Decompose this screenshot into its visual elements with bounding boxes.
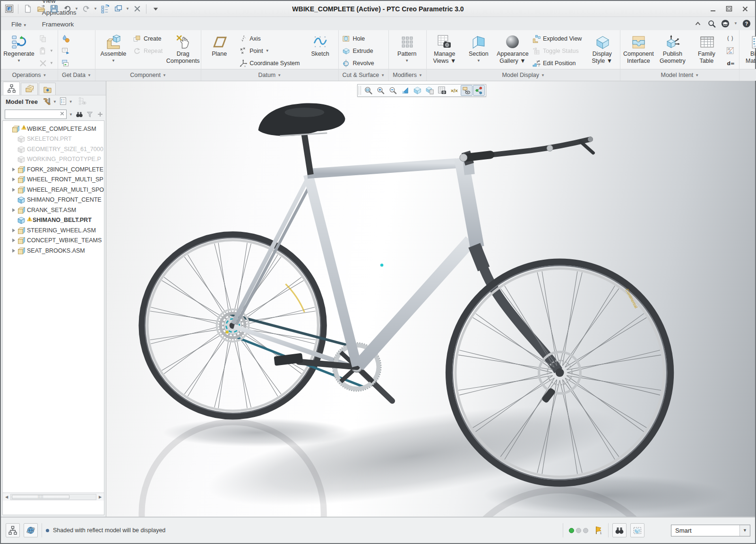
import-user-defined-feature-button[interactable] [60,33,73,44]
tree-tools-icon[interactable] [43,97,51,107]
toggle-status-button[interactable]: Toggle Status [530,45,584,57]
expand-icon[interactable] [10,238,17,242]
tab-file[interactable]: File▼ [4,18,34,30]
tree-item-wheel-rear-multi-spo[interactable]: WHEEL_REAR_MULTI_SPO [4,185,104,195]
spin-center-button[interactable] [473,85,485,96]
notification-flag-icon[interactable]: 1 [594,525,604,536]
family-table-button[interactable]: FamilyTable [690,32,723,69]
zoom-in-button[interactable] [375,85,387,96]
tree-item-concept-wbike-teams[interactable]: CONCEPT_WBIKE_TEAMS [4,236,104,246]
regenerate-button[interactable]: Regenerate▼ [2,32,35,69]
clear-search-icon[interactable] [59,110,66,118]
find-button[interactable] [612,523,627,537]
search-icon[interactable] [706,18,716,28]
datum-plane-button[interactable]: Plane [203,32,236,69]
group-label-datum[interactable]: Datum▼ [201,69,338,81]
windows-button-dropdown-icon[interactable]: ▼ [125,3,130,15]
find-icon[interactable] [75,110,83,119]
sketch-button[interactable]: Sketch [304,32,337,69]
tree-settings-dropdown-icon[interactable]: ▼ [69,100,73,104]
customize-toolbar-button[interactable] [149,3,162,15]
app-logo-icon[interactable] [3,3,15,15]
create-component-button[interactable]: Create [131,33,165,44]
scroll-left-icon[interactable]: ◀ [3,493,10,501]
group-label-model-display[interactable]: Model Display▼ [427,69,620,81]
tree-search-input[interactable] [5,110,59,118]
edit-position-button[interactable]: yzEdit Position [530,57,584,69]
add-filter-icon[interactable] [96,110,104,119]
import-shrinkwrap-button[interactable] [60,57,73,69]
publish-geometry-button[interactable]: PublishGeometry [656,32,689,69]
exploded-view-button[interactable]: Exploded View [530,33,584,44]
selection-filter-dropdown[interactable]: Smart ▼ [671,525,750,536]
hole-button[interactable]: Hole [340,33,377,44]
tab-favorites[interactable]: ✱ [39,83,56,95]
learning-connector-icon[interactable] [720,18,730,28]
scrollbar-track[interactable] [10,494,96,500]
refit-button[interactable] [399,85,411,96]
appearance-gallery-button[interactable]: AppearanceGallery ▼ [496,32,529,69]
save-button[interactable] [48,3,60,15]
revolve-button[interactable]: Revolve [340,57,377,69]
tree-item-skeleton-prt[interactable]: SKELETON.PRT [4,134,104,144]
undo-button[interactable] [61,3,73,15]
tree-horizontal-scrollbar[interactable]: ◀ ▶ [3,493,104,501]
redo-button[interactable] [80,3,92,15]
regeneration-status-indicator[interactable] [567,528,590,533]
import-open-button[interactable] [60,45,73,57]
open-file-button[interactable] [34,3,47,15]
manage-views-button[interactable]: ManageViews ▼ [428,32,461,69]
help-icon[interactable]: ? [741,18,751,28]
scrollbar-thumb[interactable] [12,495,69,499]
tree-item-steering-wheel-asm[interactable]: STEERING_WHEEL.ASM [4,225,104,236]
expand-icon[interactable] [10,168,17,171]
toggle-navigator-button[interactable] [6,523,20,537]
tree-item-fork-28inch-complete[interactable]: FORK_28INCH_COMPLETE [4,164,104,175]
section-button[interactable]: Section▼ [462,32,495,69]
tree-item-wheel-front-multi-sp[interactable]: WHEEL_FRONT_MULTI_SP [4,175,104,185]
expand-icon[interactable] [10,208,17,212]
group-label-model-intent[interactable]: Model Intent▼ [620,69,739,81]
expand-icon[interactable] [10,229,17,232]
drag-components-button[interactable]: DragComponents [166,32,199,69]
toolbar-grip[interactable] [359,86,361,95]
windows-button[interactable] [112,3,124,15]
annotation-display-button[interactable] [461,85,472,96]
selection-filter-arrow-icon[interactable]: ▼ [739,525,750,536]
tree-item-shimano-front-cente[interactable]: SHIMANO_FRONT_CENTE [4,195,104,205]
minimize-button[interactable] [706,4,720,14]
display-style-toggle[interactable] [412,85,423,96]
tree-settings-icon[interactable] [59,97,67,107]
scroll-right-icon[interactable]: ▶ [96,493,104,501]
pattern-button[interactable]: Pattern▼ [390,32,423,69]
zoom-out-button[interactable] [387,85,399,96]
search-dropdown-icon[interactable]: ▼ [69,112,73,117]
tree-item-geometry-size-61-7000[interactable]: GEOMETRY_SIZE_61_7000 [4,144,104,154]
tab-folder-browser[interactable] [21,83,38,95]
tree-item-seat-brooks-asm[interactable]: SEAT_BROOKS.ASM [4,246,104,256]
coordinate-system-button[interactable]: xCoordinate System [237,57,302,69]
close-window-button[interactable] [131,3,143,15]
group-label-cut-surface[interactable]: Cut & Surface▼ [339,69,389,81]
group-label-component[interactable]: Component▼ [95,69,201,81]
tab-model-tree[interactable] [3,82,20,95]
component-interface-button[interactable]: ComponentInterface [622,32,655,69]
tab-framework[interactable]: Framework [34,18,84,30]
datum-axis-button[interactable]: Axis [237,33,302,44]
switch-dimensions-button[interactable]: 15fx [724,45,738,57]
display-style-button[interactable]: DisplayStyle ▼ [585,32,619,69]
tree-item-shimano-belt-prt[interactable]: SHIMANO_BELT.PRT [4,215,104,226]
switch-symbols-button[interactable]: ( ) [724,33,738,44]
expand-icon[interactable] [10,178,17,181]
learning-dropdown-icon[interactable]: ▼ [734,21,738,26]
repeat-button[interactable]: Repeat [131,45,165,57]
group-label-operations[interactable]: Operations▼ [1,69,58,81]
tree-item-wbike-complete-asm[interactable]: WBIKE_COMPLETE.ASM [4,124,104,134]
restore-button[interactable] [722,4,736,14]
expand-icon[interactable] [10,249,17,253]
view-manager-button[interactable] [436,85,448,96]
undo-button-dropdown-icon[interactable]: ▼ [74,3,79,15]
datum-display-filters-button[interactable]: ×/× [448,85,460,96]
group-label-get-data[interactable]: Get Data▼ [58,69,95,81]
bill-of-materials-button[interactable]: iBill ofMaterials [741,32,756,69]
